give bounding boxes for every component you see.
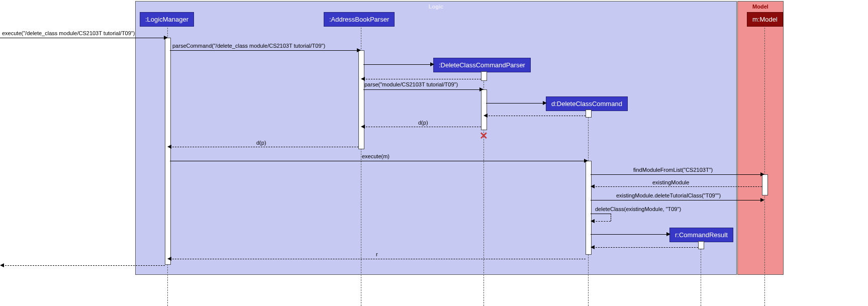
arrow-return-cr [593, 247, 698, 248]
arrow-m11 [591, 200, 762, 200]
arrowhead-m6 [361, 125, 365, 129]
msg-execute-delete-class: execute("/delete_class module/CS2103T tu… [2, 30, 135, 36]
activation-dccp-2 [481, 89, 487, 130]
msg-parse-command: parseCommand("/delete_class module/CS210… [172, 43, 325, 49]
arrow-m12-side [611, 214, 611, 221]
arrow-m10 [593, 186, 762, 187]
arrow-m8 [170, 161, 586, 161]
arrowhead-m9 [760, 172, 764, 176]
msg-dp-1: d(p) [418, 120, 428, 126]
arrowhead-final-return [0, 263, 4, 267]
arrowhead-m12 [591, 219, 595, 223]
arrow-m12-top [591, 214, 611, 214]
activation-model-1 [762, 174, 768, 195]
arrow-return-dccp [363, 79, 481, 79]
arrow-create-cr [591, 234, 668, 235]
sequence-diagram: Logic Model :LogicManager :AddressBookPa… [0, 0, 868, 306]
participant-delete-class-command-parser: :DeleteClassCommandParser [433, 58, 531, 72]
arrowhead-return-cr [591, 245, 595, 249]
frame-logic-label: Logic [136, 4, 736, 10]
arrowhead-m1 [164, 36, 168, 40]
arrowhead-create-dcc [543, 101, 547, 105]
arrowhead-create-cr [666, 232, 670, 236]
lifeline-command-result [701, 241, 701, 306]
frame-model-label: Model [738, 4, 783, 10]
participant-model: m:Model [747, 12, 783, 27]
participant-address-book-parser: :AddressBookParser [324, 12, 395, 27]
activation-command-result [698, 241, 704, 249]
msg-dp-2: d(p) [256, 140, 266, 146]
arrowhead-return-dccp [361, 77, 365, 81]
arrowhead-return-dcc [484, 114, 488, 118]
frame-model: Model [737, 1, 784, 275]
arrowhead-m8 [584, 159, 588, 163]
msg-delete-class: deleteClass(existingModule, "T09") [595, 206, 681, 212]
arrow-m4 [363, 89, 481, 90]
participant-delete-class-command: d:DeleteClassCommand [546, 96, 628, 111]
lifeline-model [764, 25, 765, 306]
msg-r: r [376, 251, 378, 257]
arrowhead-m10 [591, 184, 595, 188]
destruction-marker-icon: ✕ [479, 130, 488, 142]
participant-logic-manager: :LogicManager [140, 12, 194, 27]
msg-parse: parse("module/CS2103T tutorial/T09") [364, 81, 458, 87]
arrow-m9 [591, 174, 762, 175]
msg-existing-module: existingModule [652, 179, 689, 185]
arrowhead-m4 [479, 87, 484, 91]
arrow-m2 [170, 50, 358, 51]
activation-dccp-1 [481, 71, 487, 81]
arrow-create-dcc [486, 103, 544, 104]
arrowhead-create-dccp [430, 62, 434, 66]
participant-command-result: r:CommandResult [669, 228, 733, 242]
msg-delete-tutorial-class: existingModule.deleteTutorialClass("T09"… [616, 192, 721, 198]
activation-dcc-2 [586, 161, 592, 255]
arrow-m1 [0, 38, 165, 38]
arrow-m12-bottom [593, 221, 611, 222]
arrowhead-m11 [760, 198, 764, 202]
activation-dcc-1 [586, 110, 592, 118]
activation-address-book-parser [358, 50, 364, 149]
arrowhead-m14 [167, 257, 171, 261]
msg-find-module: findModuleFromList("CS2103T") [633, 167, 713, 173]
arrow-m6 [363, 127, 481, 127]
arrow-m7 [170, 147, 358, 147]
arrow-create-dccp [363, 64, 432, 65]
arrow-final-return [3, 265, 165, 266]
arrow-m14 [170, 259, 586, 259]
arrowhead-m7 [167, 145, 171, 149]
msg-execute-m: execute(m) [362, 153, 390, 159]
arrowhead-m2 [357, 48, 361, 52]
activation-logic-manager [165, 38, 171, 265]
arrow-return-dcc [486, 116, 586, 116]
